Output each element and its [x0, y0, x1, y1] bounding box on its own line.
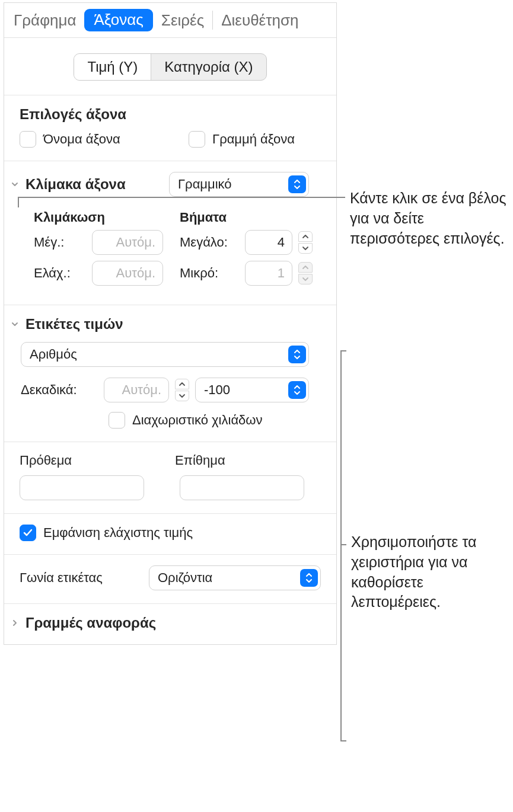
tab-arrange[interactable]: Διευθέτηση — [221, 11, 298, 30]
axis-options-title: Επιλογές άξονα — [20, 106, 321, 123]
axis-scale-disclosure[interactable]: Κλίμακα άξονα — [8, 176, 126, 193]
scaling-column: Κλιμάκωση Μέγ.: Αυτόμ. Ελάχ.: Αυτόμ. — [34, 210, 163, 292]
value-labels-disclosure[interactable]: Ετικέτες τιμών — [8, 316, 321, 333]
step-major-stepper[interactable] — [298, 231, 313, 254]
updown-icon — [300, 569, 318, 587]
chevron-down-icon — [10, 180, 20, 189]
negative-format-value: -100 — [204, 382, 288, 398]
thousands-separator-label: Διαχωριστικό χιλιάδων — [132, 413, 263, 428]
suffix-input[interactable] — [180, 475, 304, 500]
label-angle-label: Γωνία ετικέτας — [20, 570, 138, 586]
show-min-checkbox[interactable]: Εμφάνιση ελάχιστης τιμής — [20, 525, 321, 541]
decimals-input[interactable]: Αυτόμ. — [104, 378, 169, 402]
show-min-label: Εμφάνιση ελάχιστης τιμής — [43, 525, 193, 541]
checkbox-checked-icon — [20, 525, 36, 541]
checkbox-icon — [20, 131, 36, 148]
reference-lines-disclosure[interactable]: Γραμμές αναφοράς — [8, 615, 321, 631]
value-labels-title: Ετικέτες τιμών — [26, 316, 123, 333]
stepper-down-icon[interactable] — [298, 243, 313, 254]
negative-format-select[interactable]: -100 — [195, 378, 309, 402]
stepper-up-icon[interactable] — [175, 379, 189, 389]
axis-name-checkbox[interactable]: Όνομα άξονα — [20, 131, 120, 148]
step-minor-label: Μικρό: — [180, 266, 239, 281]
callout-leader — [18, 197, 345, 198]
axis-name-label: Όνομα άξονα — [43, 132, 120, 147]
checkbox-icon — [189, 131, 205, 148]
suffix-label: Επίθημα — [175, 453, 225, 468]
callout-leader — [340, 544, 346, 545]
label-angle-value: Οριζόντια — [158, 570, 300, 586]
axis-scale-type-value: Γραμμικό — [178, 177, 288, 192]
axis-options-section: Επιλογές άξονα Όνομα άξονα Γραμμή άξονα — [4, 95, 336, 161]
label-angle-section: Γωνία ετικέτας Οριζόντια — [4, 555, 336, 604]
checkbox-icon — [109, 412, 125, 429]
callout-leader — [340, 740, 346, 741]
step-minor-input[interactable]: 1 — [245, 261, 292, 286]
axis-segmented: Τιμή (Y) Κατηγορία (X) — [74, 53, 266, 81]
axis-scale-type-select[interactable]: Γραμμικό — [169, 172, 309, 197]
prefix-suffix-section: Πρόθεμα Επίθημα — [4, 442, 336, 514]
scale-min-label: Ελάχ.: — [34, 266, 87, 281]
reference-lines-section: Γραμμές αναφοράς — [4, 604, 336, 644]
value-labels-section: Ετικέτες τιμών Αριθμός Δεκαδικά: Αυτόμ. — [4, 305, 336, 442]
callout-leader — [340, 350, 346, 351]
label-angle-select[interactable]: Οριζόντια — [149, 565, 321, 590]
axis-line-checkbox[interactable]: Γραμμή άξονα — [189, 131, 295, 148]
segment-category-x[interactable]: Κατηγορία (X) — [151, 54, 266, 80]
step-major-input[interactable]: 4 — [245, 230, 292, 255]
axis-scale-title: Κλίμακα άξονα — [26, 176, 126, 193]
steps-column: Βήματα Μεγάλο: 4 Μικρό: 1 — [180, 210, 313, 292]
stepper-up-icon[interactable] — [298, 231, 313, 242]
callout-text: Χρησιμοποιήστε τα χειριστήρια για να καθ… — [351, 532, 511, 612]
updown-icon — [288, 381, 306, 399]
prefix-input[interactable] — [20, 475, 144, 500]
segment-value-y[interactable]: Τιμή (Y) — [74, 54, 151, 80]
tab-series[interactable]: Σειρές — [161, 11, 204, 30]
updown-icon — [288, 346, 306, 363]
tab-axis[interactable]: Άξονας — [84, 9, 152, 31]
prefix-label: Πρόθεμα — [20, 453, 72, 468]
value-labels-format-value: Αριθμός — [30, 347, 288, 362]
scale-max-label: Μέγ.: — [34, 235, 87, 250]
axis-segment-row: Τιμή (Y) Κατηγορία (X) — [4, 38, 336, 95]
callout-text: Κάντε κλικ σε ένα βέλος για να δείτε περ… — [350, 188, 510, 248]
value-labels-format-select[interactable]: Αριθμός — [21, 342, 309, 367]
updown-icon — [288, 175, 306, 193]
tab-chart[interactable]: Γράφημα — [14, 11, 76, 30]
callout-leader — [340, 350, 342, 741]
stepper-down-icon[interactable] — [298, 274, 313, 284]
thousands-separator-checkbox[interactable]: Διαχωριστικό χιλιάδων — [109, 412, 309, 429]
show-min-section: Εμφάνιση ελάχιστης τιμής — [4, 514, 336, 555]
reference-lines-title: Γραμμές αναφοράς — [26, 615, 156, 631]
scale-max-input[interactable]: Αυτόμ. — [92, 230, 163, 255]
chevron-right-icon — [10, 618, 20, 628]
step-minor-stepper[interactable] — [298, 262, 313, 284]
callout-leader — [18, 197, 19, 207]
axis-scale-section: Κλίμακα άξονα Γραμμικό Κλιμάκωση Μέγ.: — [4, 161, 336, 305]
stepper-up-icon[interactable] — [298, 262, 313, 273]
inspector-tabs: Γράφημα Άξονας Σειρές Διευθέτηση — [4, 3, 336, 38]
inspector-panel: Γράφημα Άξονας Σειρές Διευθέτηση Τιμή (Y… — [4, 2, 337, 645]
tab-separator — [212, 11, 213, 30]
axis-line-label: Γραμμή άξονα — [212, 132, 295, 147]
decimals-stepper[interactable] — [175, 379, 189, 401]
scaling-title: Κλιμάκωση — [34, 210, 163, 225]
steps-title: Βήματα — [180, 210, 313, 225]
stepper-down-icon[interactable] — [175, 391, 189, 401]
step-major-label: Μεγάλο: — [180, 235, 239, 250]
scale-min-input[interactable]: Αυτόμ. — [92, 261, 163, 286]
chevron-down-icon — [10, 319, 20, 329]
decimals-label: Δεκαδικά: — [21, 382, 98, 398]
